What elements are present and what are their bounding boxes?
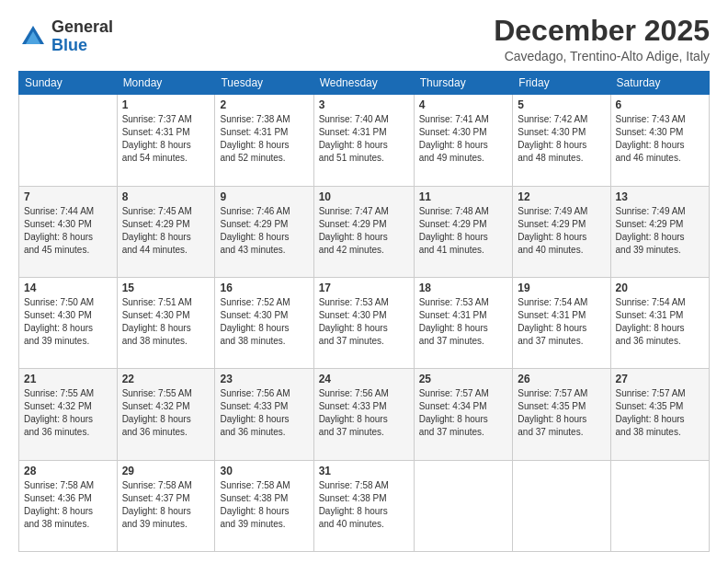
calendar-cell: 23Sunrise: 7:56 AMSunset: 4:33 PMDayligh… [215,369,313,460]
calendar-cell [414,460,513,551]
calendar-cell [513,460,610,551]
day-info: Sunrise: 7:58 AMSunset: 4:36 PMDaylight:… [24,479,112,531]
header-monday: Monday [117,72,215,95]
calendar-cell: 26Sunrise: 7:57 AMSunset: 4:35 PMDayligh… [513,369,610,460]
calendar-cell: 5Sunrise: 7:42 AMSunset: 4:30 PMDaylight… [513,95,610,186]
calendar-cell: 3Sunrise: 7:40 AMSunset: 4:31 PMDaylight… [313,95,414,186]
header-friday: Friday [513,72,610,95]
day-info: Sunrise: 7:51 AMSunset: 4:30 PMDaylight:… [122,296,210,348]
header-wednesday: Wednesday [313,72,414,95]
day-number: 7 [24,190,112,203]
calendar-cell: 25Sunrise: 7:57 AMSunset: 4:34 PMDayligh… [414,369,513,460]
calendar-cell: 12Sunrise: 7:49 AMSunset: 4:29 PMDayligh… [513,186,610,277]
header-saturday: Saturday [610,72,709,95]
calendar-cell: 20Sunrise: 7:54 AMSunset: 4:31 PMDayligh… [610,277,709,368]
calendar-header-row: SundayMondayTuesdayWednesdayThursdayFrid… [19,72,710,95]
day-number: 20 [616,282,704,294]
calendar-cell: 19Sunrise: 7:54 AMSunset: 4:31 PMDayligh… [513,277,610,368]
day-info: Sunrise: 7:52 AMSunset: 4:30 PMDaylight:… [220,296,308,348]
day-info: Sunrise: 7:38 AMSunset: 4:31 PMDaylight:… [220,113,308,165]
day-info: Sunrise: 7:55 AMSunset: 4:32 PMDaylight:… [122,387,210,439]
day-number: 8 [122,190,210,203]
day-info: Sunrise: 7:48 AMSunset: 4:29 PMDaylight:… [419,205,508,257]
logo: General Blue [18,18,113,55]
location: Cavedago, Trentino-Alto Adige, Italy [494,49,710,63]
calendar-cell: 28Sunrise: 7:58 AMSunset: 4:36 PMDayligh… [19,460,118,551]
calendar-cell: 18Sunrise: 7:53 AMSunset: 4:31 PMDayligh… [414,277,513,368]
title-block: December 2025 Cavedago, Trentino-Alto Ad… [494,15,710,63]
calendar-cell: 29Sunrise: 7:58 AMSunset: 4:37 PMDayligh… [117,460,215,551]
day-number: 13 [616,190,704,203]
header-tuesday: Tuesday [215,72,313,95]
day-number: 16 [220,282,308,294]
day-number: 27 [616,373,704,385]
day-info: Sunrise: 7:58 AMSunset: 4:38 PMDaylight:… [319,479,409,531]
day-number: 9 [220,190,308,203]
day-info: Sunrise: 7:43 AMSunset: 4:30 PMDaylight:… [616,113,704,165]
day-number: 24 [319,373,409,385]
day-number: 3 [319,98,409,111]
calendar-cell: 30Sunrise: 7:58 AMSunset: 4:38 PMDayligh… [215,460,313,551]
day-info: Sunrise: 7:50 AMSunset: 4:30 PMDaylight:… [24,296,112,348]
calendar-cell: 31Sunrise: 7:58 AMSunset: 4:38 PMDayligh… [313,460,414,551]
calendar-cell: 2Sunrise: 7:38 AMSunset: 4:31 PMDaylight… [215,95,313,186]
day-info: Sunrise: 7:54 AMSunset: 4:31 PMDaylight:… [616,296,704,348]
day-number: 10 [319,190,409,203]
calendar-cell: 11Sunrise: 7:48 AMSunset: 4:29 PMDayligh… [414,186,513,277]
logo-icon [18,22,48,52]
logo-general: General [51,18,113,37]
day-number: 11 [419,190,508,203]
logo-text: General Blue [51,18,113,55]
day-number: 1 [122,98,210,111]
day-info: Sunrise: 7:41 AMSunset: 4:30 PMDaylight:… [419,113,508,165]
day-number: 22 [122,373,210,385]
day-info: Sunrise: 7:56 AMSunset: 4:33 PMDaylight:… [319,387,409,439]
day-number: 19 [518,282,605,294]
day-number: 18 [419,282,508,294]
calendar-cell [19,95,118,186]
calendar-cell: 14Sunrise: 7:50 AMSunset: 4:30 PMDayligh… [19,277,118,368]
day-number: 26 [518,373,605,385]
page: General Blue December 2025 Cavedago, Tre… [0,0,728,563]
day-info: Sunrise: 7:54 AMSunset: 4:31 PMDaylight:… [518,296,605,348]
calendar-week-4: 21Sunrise: 7:55 AMSunset: 4:32 PMDayligh… [19,369,710,460]
calendar-cell: 6Sunrise: 7:43 AMSunset: 4:30 PMDaylight… [610,95,709,186]
day-info: Sunrise: 7:53 AMSunset: 4:31 PMDaylight:… [419,296,508,348]
day-number: 25 [419,373,508,385]
logo-blue: Blue [51,37,113,55]
calendar-cell: 4Sunrise: 7:41 AMSunset: 4:30 PMDaylight… [414,95,513,186]
day-info: Sunrise: 7:49 AMSunset: 4:29 PMDaylight:… [518,205,605,257]
day-info: Sunrise: 7:58 AMSunset: 4:38 PMDaylight:… [220,479,308,531]
day-number: 4 [419,98,508,111]
calendar: SundayMondayTuesdayWednesdayThursdayFrid… [18,71,710,552]
day-number: 17 [319,282,409,294]
day-number: 15 [122,282,210,294]
day-number: 23 [220,373,308,385]
day-info: Sunrise: 7:42 AMSunset: 4:30 PMDaylight:… [518,113,605,165]
day-number: 5 [518,98,605,111]
calendar-cell: 7Sunrise: 7:44 AMSunset: 4:30 PMDaylight… [19,186,118,277]
day-number: 28 [24,465,112,477]
day-number: 12 [518,190,605,203]
day-info: Sunrise: 7:47 AMSunset: 4:29 PMDaylight:… [319,205,409,257]
calendar-week-5: 28Sunrise: 7:58 AMSunset: 4:36 PMDayligh… [19,460,710,551]
day-info: Sunrise: 7:57 AMSunset: 4:35 PMDaylight:… [616,387,704,439]
calendar-cell: 21Sunrise: 7:55 AMSunset: 4:32 PMDayligh… [19,369,118,460]
day-number: 2 [220,98,308,111]
day-number: 14 [24,282,112,294]
calendar-week-3: 14Sunrise: 7:50 AMSunset: 4:30 PMDayligh… [19,277,710,368]
day-info: Sunrise: 7:46 AMSunset: 4:29 PMDaylight:… [220,205,308,257]
calendar-cell: 10Sunrise: 7:47 AMSunset: 4:29 PMDayligh… [313,186,414,277]
day-number: 29 [122,465,210,477]
day-info: Sunrise: 7:57 AMSunset: 4:34 PMDaylight:… [419,387,508,439]
calendar-cell [610,460,709,551]
day-info: Sunrise: 7:40 AMSunset: 4:31 PMDaylight:… [319,113,409,165]
header-sunday: Sunday [19,72,118,95]
day-info: Sunrise: 7:49 AMSunset: 4:29 PMDaylight:… [616,205,704,257]
day-number: 21 [24,373,112,385]
header: General Blue December 2025 Cavedago, Tre… [18,15,710,63]
calendar-week-1: 1Sunrise: 7:37 AMSunset: 4:31 PMDaylight… [19,95,710,186]
calendar-cell: 9Sunrise: 7:46 AMSunset: 4:29 PMDaylight… [215,186,313,277]
calendar-week-2: 7Sunrise: 7:44 AMSunset: 4:30 PMDaylight… [19,186,710,277]
calendar-cell: 22Sunrise: 7:55 AMSunset: 4:32 PMDayligh… [117,369,215,460]
